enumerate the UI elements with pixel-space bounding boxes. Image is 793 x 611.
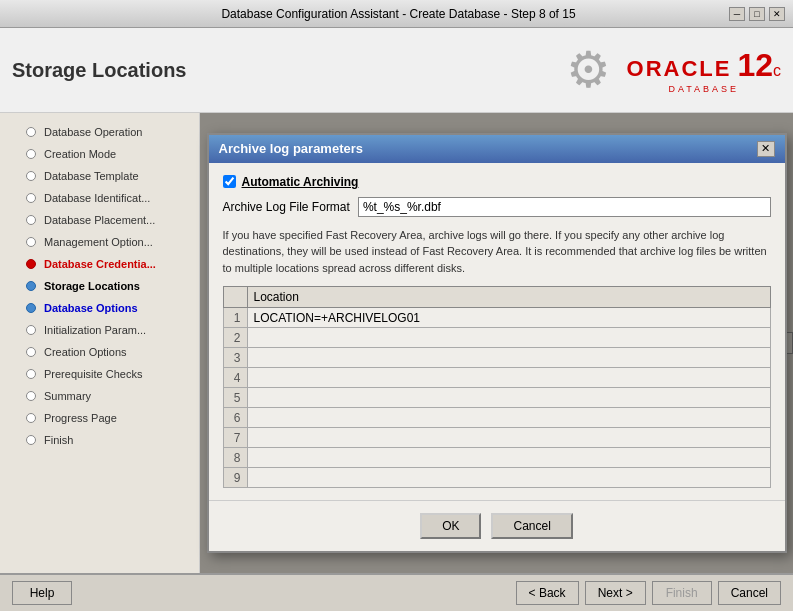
modal-footer: OK Cancel (209, 500, 785, 551)
row-number: 6 (223, 408, 247, 428)
row-location-value[interactable] (247, 448, 770, 468)
archive-log-format-input[interactable] (358, 197, 771, 217)
sidebar-item-creation-options[interactable]: Creation Options (0, 341, 199, 363)
sidebar-item-prerequisite-checks[interactable]: Prerequisite Checks (0, 363, 199, 385)
title-bar: Database Configuration Assistant - Creat… (0, 0, 793, 28)
table-row[interactable]: 4 (223, 368, 770, 388)
modal-overlay: Archive log parameters ✕ Automatic Archi… (200, 113, 793, 573)
sidebar-item-database-options[interactable]: Database Options (0, 297, 199, 319)
row-number: 1 (223, 308, 247, 328)
minimize-button[interactable]: ─ (729, 7, 745, 21)
sidebar-item-summary[interactable]: Summary (0, 385, 199, 407)
row-number: 8 (223, 448, 247, 468)
sidebar-item-creation-mode[interactable]: Creation Mode (0, 143, 199, 165)
footer-left: Help (12, 581, 72, 605)
row-number: 2 (223, 328, 247, 348)
main-window: Storage Locations ⚙ ORACLE 12 c DATABASE… (0, 28, 793, 611)
table-row[interactable]: 1LOCATION=+ARCHIVELOG01 (223, 308, 770, 328)
oracle-logo: ORACLE 12 c DATABASE (627, 47, 781, 94)
table-row[interactable]: 6 (223, 408, 770, 428)
oracle-logo-area: ⚙ ORACLE 12 c DATABASE (566, 41, 781, 99)
checkbox-label: Automatic Archiving (242, 175, 359, 189)
back-button[interactable]: < Back (516, 581, 579, 605)
row-location-value[interactable]: LOCATION=+ARCHIVELOG01 (247, 308, 770, 328)
row-location-value[interactable] (247, 328, 770, 348)
window-title: Database Configuration Assistant - Creat… (68, 7, 729, 21)
location-table: Location 1LOCATION=+ARCHIVELOG0123456789 (223, 286, 771, 488)
checkbox-row: Automatic Archiving (223, 175, 771, 189)
table-row[interactable]: 7 (223, 428, 770, 448)
row-location-value[interactable] (247, 468, 770, 488)
finish-button[interactable]: Finish (652, 581, 712, 605)
row-location-value[interactable] (247, 408, 770, 428)
archive-log-modal: Archive log parameters ✕ Automatic Archi… (207, 133, 787, 554)
cancel-button[interactable]: Cancel (718, 581, 781, 605)
sidebar-item-database-placement[interactable]: Database Placement... (0, 209, 199, 231)
table-row[interactable]: 2 (223, 328, 770, 348)
sidebar-item-management-option[interactable]: Management Option... (0, 231, 199, 253)
modal-title-bar: Archive log parameters ✕ (209, 135, 785, 163)
format-label: Archive Log File Format (223, 200, 350, 214)
table-row[interactable]: 8 (223, 448, 770, 468)
footer-right: < Back Next > Finish Cancel (516, 581, 781, 605)
modal-close-button[interactable]: ✕ (757, 141, 775, 157)
row-number: 9 (223, 468, 247, 488)
content-area: Database Operation Creation Mode Databas… (0, 113, 793, 573)
table-row[interactable]: 5 (223, 388, 770, 408)
automatic-archiving-checkbox[interactable] (223, 175, 236, 188)
cancel-button[interactable]: Cancel (491, 513, 572, 539)
header-area: Storage Locations ⚙ ORACLE 12 c DATABASE (0, 28, 793, 113)
row-number: 3 (223, 348, 247, 368)
table-row[interactable]: 9 (223, 468, 770, 488)
format-row: Archive Log File Format (223, 197, 771, 217)
sidebar-item-database-template[interactable]: Database Template (0, 165, 199, 187)
modal-body: Automatic Archiving Archive Log File For… (209, 163, 785, 501)
modal-title: Archive log parameters (219, 141, 364, 156)
main-content: Archive log parameters ✕ Automatic Archi… (200, 113, 793, 573)
sidebar-item-database-operation[interactable]: Database Operation (0, 121, 199, 143)
location-column-header: Location (247, 287, 770, 308)
row-number: 5 (223, 388, 247, 408)
header-title: Storage Locations (12, 59, 186, 82)
sidebar-item-storage-locations[interactable]: Storage Locations (0, 275, 199, 297)
help-button[interactable]: Help (12, 581, 72, 605)
sidebar-item-finish[interactable]: Finish (0, 429, 199, 451)
row-location-value[interactable] (247, 388, 770, 408)
maximize-button[interactable]: □ (749, 7, 765, 21)
sidebar-item-database-credentials[interactable]: Database Credentia... (0, 253, 199, 275)
row-location-value[interactable] (247, 428, 770, 448)
footer: Help < Back Next > Finish Cancel (0, 573, 793, 611)
row-number: 4 (223, 368, 247, 388)
sidebar-item-progress-page[interactable]: Progress Page (0, 407, 199, 429)
sidebar-item-database-identification[interactable]: Database Identificat... (0, 187, 199, 209)
row-location-value[interactable] (247, 348, 770, 368)
window-controls: ─ □ ✕ (729, 7, 785, 21)
oracle-brand: ORACLE 12 c (627, 47, 781, 84)
info-text: If you have specified Fast Recovery Area… (223, 227, 771, 277)
gear-icon: ⚙ (566, 41, 611, 99)
next-button[interactable]: Next > (585, 581, 646, 605)
sidebar: Database Operation Creation Mode Databas… (0, 113, 200, 573)
ok-button[interactable]: OK (420, 513, 481, 539)
sidebar-item-initialization-params[interactable]: Initialization Param... (0, 319, 199, 341)
close-button[interactable]: ✕ (769, 7, 785, 21)
table-row[interactable]: 3 (223, 348, 770, 368)
row-location-value[interactable] (247, 368, 770, 388)
row-number: 7 (223, 428, 247, 448)
